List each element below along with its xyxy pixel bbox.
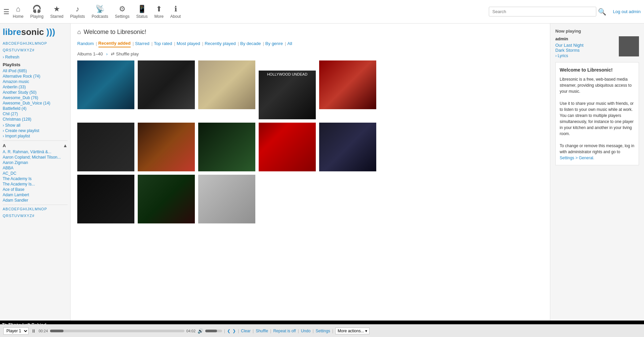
- alpha-hash[interactable]: #: [32, 48, 34, 52]
- create-playlist[interactable]: › Create new playlist: [3, 128, 68, 133]
- playlist-awesome-dub-voice[interactable]: Awesome_Dub_Voice (14): [3, 101, 68, 106]
- settings-general-link[interactable]: Settings > General.: [560, 156, 594, 160]
- player-settings-button[interactable]: Settings: [316, 329, 330, 333]
- tab-random[interactable]: Random: [77, 40, 94, 47]
- tab-recently-added[interactable]: Recently added: [98, 40, 131, 47]
- alpha-Z[interactable]: Z: [30, 48, 32, 52]
- more-actions-button[interactable]: More actions... ▾: [335, 328, 370, 334]
- alpha-O[interactable]: O: [41, 41, 44, 45]
- alpha2-T[interactable]: T: [12, 214, 14, 218]
- undo-button[interactable]: Undo: [301, 329, 311, 333]
- alpha2-E[interactable]: E: [14, 207, 17, 211]
- alpha2-M[interactable]: M: [35, 207, 38, 211]
- alpha2-Z[interactable]: Z: [30, 214, 32, 218]
- nav-starred[interactable]: ★ Starred: [50, 5, 63, 19]
- alpha2-S[interactable]: S: [9, 214, 11, 218]
- alpha2-U[interactable]: U: [14, 214, 17, 218]
- artist-ace-of-base[interactable]: Ace of Base: [3, 187, 68, 192]
- alpha-V[interactable]: V: [17, 48, 20, 52]
- tab-most-played[interactable]: Most played: [177, 40, 200, 47]
- album-card[interactable]: To Those Left BehindBlessthefallAdded 1/…: [198, 123, 255, 171]
- artist-acdc[interactable]: AC_DC: [3, 171, 68, 176]
- alpha-I[interactable]: I: [26, 41, 27, 45]
- alpha2-O[interactable]: O: [41, 207, 44, 211]
- hamburger-icon[interactable]: ☰: [3, 8, 9, 16]
- album-card[interactable]: [259, 123, 316, 171]
- alpha2-A[interactable]: A: [3, 207, 5, 211]
- playlist-anberlin[interactable]: Anberlin (33): [3, 85, 68, 89]
- alpha-M[interactable]: M: [35, 41, 38, 45]
- artist-academy-is[interactable]: The Academy Is: [3, 176, 68, 181]
- nav-playing[interactable]: 🎧 Playing: [30, 5, 43, 19]
- nav-home[interactable]: ⌂ Home: [13, 5, 24, 19]
- album-card[interactable]: [319, 123, 376, 171]
- artist-aaron-zigman[interactable]: Aaron Zigman: [3, 160, 68, 165]
- shuffle-button[interactable]: Shuffle: [256, 329, 268, 333]
- nav-podcasts[interactable]: 📡 Podcasts: [92, 5, 108, 19]
- nav-status[interactable]: 📱 Status: [136, 5, 147, 19]
- playlist-all-ipod[interactable]: All iPod (685): [3, 69, 68, 73]
- alpha-P[interactable]: P: [44, 41, 47, 45]
- alpha2-W[interactable]: W: [20, 214, 24, 218]
- playlist-another-study[interactable]: Another Study (50): [3, 90, 68, 95]
- alpha2-C[interactable]: C: [8, 207, 11, 211]
- album-card[interactable]: Dream EaterSeparationsAdded 1/28/17: [77, 60, 134, 119]
- alpha-W[interactable]: W: [20, 48, 24, 52]
- album-card[interactable]: Restoring Force: Full ...Of Mice & MenAd…: [198, 60, 255, 119]
- alpha2-X[interactable]: X: [24, 214, 26, 218]
- alpha2-hash[interactable]: #: [32, 214, 34, 218]
- pause-button[interactable]: ⏸: [31, 328, 37, 334]
- alpha2-P[interactable]: P: [44, 207, 47, 211]
- albums-next-icon[interactable]: ›: [106, 51, 108, 56]
- alpha2-N[interactable]: N: [38, 207, 41, 211]
- alpha-Q[interactable]: Q: [3, 48, 6, 52]
- scroll-up-icon[interactable]: ▲: [63, 143, 68, 148]
- search-input[interactable]: [489, 7, 596, 16]
- artist-academy-is2[interactable]: The Academy Is...: [3, 182, 68, 186]
- alpha-F[interactable]: F: [17, 41, 19, 45]
- alpha-H[interactable]: H: [23, 41, 26, 45]
- album-card[interactable]: [138, 175, 195, 223]
- album-card[interactable]: HOLLYWOOD UNDEADSwan SongsHollywood Unde…: [259, 60, 316, 119]
- artist-adam-lambert[interactable]: Adam Lambert: [3, 193, 68, 197]
- album-card[interactable]: [198, 175, 255, 223]
- playlist-christmas[interactable]: Christmas (128): [3, 117, 68, 122]
- tab-top-rated[interactable]: Top rated: [154, 40, 172, 47]
- playlist-amazon[interactable]: Amazon music: [3, 79, 68, 84]
- alpha-S[interactable]: S: [9, 48, 11, 52]
- alpha-J[interactable]: J: [27, 41, 29, 45]
- alpha-C[interactable]: C: [8, 41, 11, 45]
- alpha-T[interactable]: T: [12, 48, 14, 52]
- refresh-link[interactable]: › Refresh: [3, 55, 68, 59]
- alpha2-R[interactable]: R: [6, 214, 9, 218]
- alpha2-Q[interactable]: Q: [3, 214, 6, 218]
- logout-link[interactable]: Log out admin: [613, 9, 641, 14]
- tab-recently-played[interactable]: Recently played: [205, 40, 236, 47]
- alpha2-B[interactable]: B: [5, 207, 8, 211]
- volume-bar[interactable]: [205, 330, 222, 332]
- playlist-battlefield[interactable]: Battlefield (4): [3, 106, 68, 111]
- alpha-B[interactable]: B: [5, 41, 8, 45]
- album-card[interactable]: [77, 175, 134, 223]
- import-playlist[interactable]: › Import playlist: [3, 134, 68, 138]
- alpha-G[interactable]: G: [20, 41, 23, 45]
- nav-settings[interactable]: ⚙ Settings: [115, 5, 129, 19]
- alpha-K[interactable]: K: [30, 41, 32, 45]
- alpha2-H[interactable]: H: [23, 207, 26, 211]
- playlist-alt-rock[interactable]: Alternative Rock (74): [3, 74, 68, 79]
- alpha2-Y[interactable]: Y: [27, 214, 29, 218]
- repeat-button[interactable]: Repeat is off: [273, 329, 296, 333]
- nav-more[interactable]: ⬆ More: [155, 5, 164, 19]
- tab-starred[interactable]: Starred: [135, 40, 149, 47]
- album-card[interactable]: Got Your SixFive Finger Death PunchAdded…: [319, 60, 376, 119]
- album-card[interactable]: The FalloutCrown the EmpireAdded 1/28/17: [138, 123, 195, 171]
- player-next[interactable]: ❯: [232, 329, 236, 333]
- player-prev[interactable]: ❮: [227, 329, 230, 333]
- player-select[interactable]: Player 1: [3, 327, 29, 335]
- clear-button[interactable]: Clear: [241, 329, 251, 333]
- show-all-playlists[interactable]: › Show all: [3, 123, 68, 128]
- progress-bar[interactable]: [50, 330, 184, 332]
- nav-about[interactable]: ℹ About: [170, 5, 181, 19]
- tab-by-genre[interactable]: By genre: [265, 40, 283, 47]
- alpha-N[interactable]: N: [38, 41, 41, 45]
